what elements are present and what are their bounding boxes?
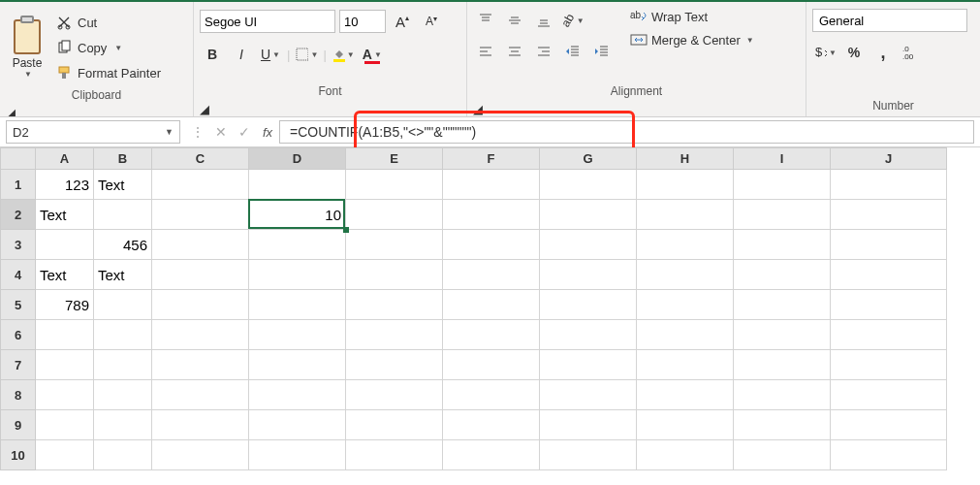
cell-A5[interactable]: 789 [36, 290, 94, 320]
cell-D3[interactable] [249, 230, 346, 260]
cell-F4[interactable] [443, 260, 540, 290]
cell-B9[interactable] [94, 410, 152, 440]
enter-formula-button[interactable]: ✓ [233, 120, 256, 144]
row-header-5[interactable]: 5 [1, 290, 36, 320]
cell-D8[interactable] [249, 380, 346, 410]
cell-C5[interactable] [152, 290, 249, 320]
merge-center-button[interactable]: Merge & Center ▼ [630, 32, 754, 48]
cell-C4[interactable] [152, 260, 249, 290]
cell-J9[interactable] [831, 410, 947, 440]
bold-button[interactable]: B [200, 42, 225, 67]
cell-E8[interactable] [346, 380, 443, 410]
cell-H5[interactable] [637, 290, 734, 320]
cell-H4[interactable] [637, 260, 734, 290]
paste-button[interactable]: Paste ▼ [6, 5, 48, 79]
dialog-launcher-icon[interactable]: ◢ [200, 102, 460, 116]
cell-H1[interactable] [637, 170, 734, 200]
row-header-3[interactable]: 3 [1, 230, 36, 260]
cell-I7[interactable] [734, 350, 831, 380]
row-header-6[interactable]: 6 [1, 320, 36, 350]
fill-color-button[interactable]: ▼ [331, 42, 356, 67]
align-center-button[interactable] [502, 40, 527, 63]
cell-J2[interactable] [831, 200, 947, 230]
cell-E7[interactable] [346, 350, 443, 380]
orientation-button[interactable]: ab▼ [560, 9, 585, 32]
cell-G10[interactable] [540, 440, 637, 470]
spreadsheet-grid[interactable]: ABCDEFGHIJ 1123Text2Text1034564TextText5… [0, 147, 980, 470]
format-painter-button[interactable]: Format Painter [52, 61, 165, 84]
cell-I8[interactable] [734, 380, 831, 410]
dialog-launcher-icon[interactable]: ◢ [473, 102, 800, 116]
cell-D6[interactable] [249, 320, 346, 350]
cell-F5[interactable] [443, 290, 540, 320]
row-header-1[interactable]: 1 [1, 170, 36, 200]
cell-J7[interactable] [831, 350, 947, 380]
cell-D9[interactable] [249, 410, 346, 440]
cell-F7[interactable] [443, 350, 540, 380]
cell-G3[interactable] [540, 230, 637, 260]
cell-E9[interactable] [346, 410, 443, 440]
cell-E6[interactable] [346, 320, 443, 350]
formula-input[interactable]: =COUNTIF(A1:B5,"<>""&"""""") [279, 120, 974, 144]
align-bottom-button[interactable] [531, 9, 556, 32]
row-header-9[interactable]: 9 [1, 410, 36, 440]
chevron-down-icon[interactable]: ▼ [165, 127, 174, 137]
cell-A8[interactable] [36, 380, 94, 410]
cell-B6[interactable] [94, 320, 152, 350]
cell-F6[interactable] [443, 320, 540, 350]
cell-H3[interactable] [637, 230, 734, 260]
column-header-C[interactable]: C [152, 148, 249, 170]
cell-I4[interactable] [734, 260, 831, 290]
cell-A1[interactable]: 123 [36, 170, 94, 200]
cell-D1[interactable] [249, 170, 346, 200]
cell-I3[interactable] [734, 230, 831, 260]
column-header-A[interactable]: A [36, 148, 94, 170]
increase-indent-button[interactable] [589, 40, 615, 63]
cell-G5[interactable] [540, 290, 637, 320]
cell-E10[interactable] [346, 440, 443, 470]
cell-E2[interactable] [346, 200, 443, 230]
cell-J8[interactable] [831, 380, 947, 410]
cell-C9[interactable] [152, 410, 249, 440]
cell-A9[interactable] [36, 410, 94, 440]
cell-G4[interactable] [540, 260, 637, 290]
row-header-8[interactable]: 8 [1, 380, 36, 410]
cell-B7[interactable] [94, 350, 152, 380]
cell-I1[interactable] [734, 170, 831, 200]
cell-I10[interactable] [734, 440, 831, 470]
cell-F9[interactable] [443, 410, 540, 440]
cell-H7[interactable] [637, 350, 734, 380]
column-header-I[interactable]: I [734, 148, 831, 170]
percent-button[interactable]: % [841, 40, 867, 65]
cell-D5[interactable] [249, 290, 346, 320]
column-header-B[interactable]: B [94, 148, 152, 170]
column-header-J[interactable]: J [831, 148, 947, 170]
cell-G9[interactable] [540, 410, 637, 440]
cell-F3[interactable] [443, 230, 540, 260]
row-header-2[interactable]: 2 [1, 200, 36, 230]
decrease-indent-button[interactable] [560, 40, 585, 63]
cell-G1[interactable] [540, 170, 637, 200]
cell-G2[interactable] [540, 200, 637, 230]
cell-A10[interactable] [36, 440, 94, 470]
align-top-button[interactable] [473, 9, 498, 32]
cell-I9[interactable] [734, 410, 831, 440]
cell-I2[interactable] [734, 200, 831, 230]
cell-B1[interactable]: Text [94, 170, 152, 200]
cell-F1[interactable] [443, 170, 540, 200]
cell-H2[interactable] [637, 200, 734, 230]
column-header-D[interactable]: D [249, 148, 346, 170]
cut-button[interactable]: Cut [52, 11, 165, 34]
cell-A2[interactable]: Text [36, 200, 94, 230]
cell-E4[interactable] [346, 260, 443, 290]
font-size-select[interactable] [339, 10, 386, 33]
cell-C1[interactable] [152, 170, 249, 200]
cell-H10[interactable] [637, 440, 734, 470]
cell-A6[interactable] [36, 320, 94, 350]
cell-B10[interactable] [94, 440, 152, 470]
underline-button[interactable]: U▼ [258, 42, 283, 67]
column-header-E[interactable]: E [346, 148, 443, 170]
formula-editor-expand[interactable]: ⋮ [186, 120, 209, 144]
cell-J6[interactable] [831, 320, 947, 350]
cell-C6[interactable] [152, 320, 249, 350]
